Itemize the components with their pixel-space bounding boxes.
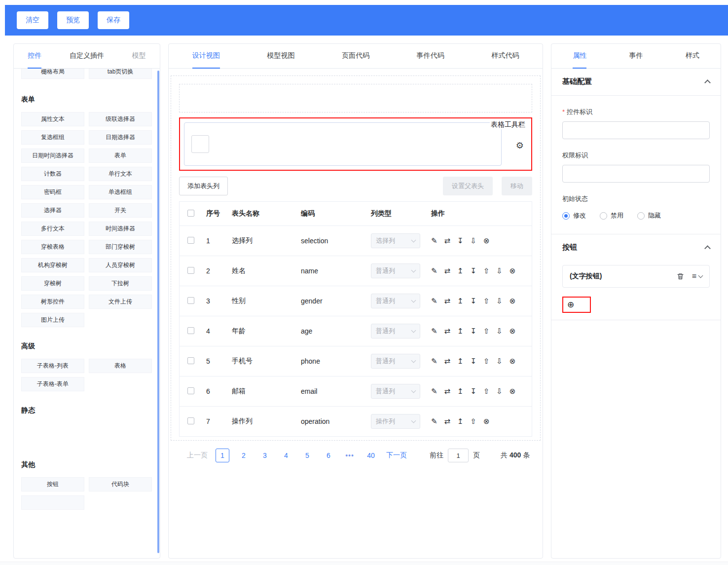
control-item[interactable]: 日期选择器 bbox=[89, 130, 152, 145]
radio-disable[interactable]: 禁用 bbox=[600, 211, 623, 220]
page-button[interactable]: 3 bbox=[258, 452, 272, 459]
tab-events[interactable]: 事件 bbox=[629, 44, 643, 69]
move-down-icon[interactable]: ⇩ bbox=[496, 297, 503, 305]
page-button[interactable]: 5 bbox=[300, 452, 314, 459]
next-page-button[interactable]: 下一页 bbox=[386, 451, 407, 460]
edit-icon[interactable]: ✎ bbox=[431, 297, 437, 305]
row-checkbox[interactable] bbox=[187, 267, 194, 274]
column-type-select[interactable]: 普通列 bbox=[371, 264, 420, 278]
control-item[interactable]: 机构穿梭树 bbox=[21, 258, 84, 272]
column-type-select[interactable]: 操作列 bbox=[371, 414, 420, 429]
page-button-current[interactable]: 1 bbox=[216, 449, 229, 462]
control-item[interactable]: 日期时间选择器 bbox=[21, 149, 84, 163]
move-down-icon[interactable]: ⇩ bbox=[470, 236, 476, 245]
tab-models[interactable]: 模型 bbox=[132, 44, 146, 69]
clear-button[interactable]: 清空 bbox=[17, 11, 48, 29]
row-checkbox[interactable] bbox=[187, 357, 194, 364]
edit-icon[interactable]: ✎ bbox=[431, 266, 437, 275]
column-type-select[interactable]: 普通列 bbox=[371, 384, 420, 399]
control-item[interactable]: 单行文本 bbox=[89, 167, 152, 181]
swap-icon[interactable]: ⇄ bbox=[444, 266, 450, 275]
control-item[interactable]: 代码块 bbox=[89, 477, 152, 491]
collapse-icon[interactable] bbox=[704, 79, 711, 86]
move-bottom-icon[interactable]: ↧ bbox=[470, 327, 476, 336]
control-item[interactable]: 子表格-列表 bbox=[21, 359, 84, 373]
control-item-empty[interactable] bbox=[21, 495, 84, 510]
add-button-highlighted[interactable]: ⊕ bbox=[562, 297, 591, 313]
row-checkbox[interactable] bbox=[187, 327, 194, 334]
control-item[interactable]: 复选框组 bbox=[21, 130, 84, 145]
move-top-icon[interactable]: ↥ bbox=[457, 387, 464, 396]
swap-icon[interactable]: ⇄ bbox=[444, 327, 450, 336]
gear-icon[interactable]: ⚙ bbox=[516, 140, 524, 151]
edit-icon[interactable]: ✎ bbox=[431, 327, 437, 336]
delete-icon[interactable]: ⊗ bbox=[510, 327, 516, 336]
column-type-select[interactable]: 普通列 bbox=[371, 324, 420, 339]
move-up-icon[interactable]: ⇧ bbox=[483, 357, 490, 366]
edit-icon[interactable]: ✎ bbox=[431, 357, 437, 366]
page-button[interactable]: 2 bbox=[237, 452, 251, 459]
preview-button[interactable]: 预览 bbox=[57, 11, 89, 29]
prev-page-button[interactable]: 上一页 bbox=[187, 451, 208, 460]
column-type-select[interactable]: 选择列 bbox=[371, 233, 420, 248]
move-up-icon[interactable]: ⇧ bbox=[470, 417, 476, 426]
row-checkbox[interactable] bbox=[187, 237, 194, 244]
control-item[interactable]: 下拉树 bbox=[89, 276, 152, 291]
swap-icon[interactable]: ⇄ bbox=[444, 297, 450, 305]
pagination-ellipsis[interactable]: ••• bbox=[343, 452, 357, 459]
control-item[interactable]: 树形控件 bbox=[21, 295, 84, 309]
tab-style-code[interactable]: 样式代码 bbox=[491, 44, 519, 69]
move-bottom-icon[interactable]: ↧ bbox=[470, 387, 476, 396]
move-top-icon[interactable]: ↥ bbox=[457, 266, 464, 275]
set-parent-header-button[interactable]: 设置父表头 bbox=[443, 177, 493, 195]
move-button[interactable]: 移动 bbox=[502, 177, 532, 195]
control-id-input[interactable] bbox=[562, 121, 710, 139]
trash-icon[interactable] bbox=[677, 272, 684, 280]
move-bottom-icon[interactable]: ↧ bbox=[470, 297, 476, 305]
toolbar-placeholder-slot[interactable] bbox=[191, 135, 209, 153]
control-item-grid-layout[interactable]: 栅格布局 bbox=[21, 69, 84, 79]
delete-icon[interactable]: ⊗ bbox=[510, 387, 516, 396]
edit-icon[interactable]: ✎ bbox=[431, 417, 437, 426]
row-checkbox[interactable] bbox=[187, 387, 194, 394]
control-item[interactable]: 穿梭树 bbox=[21, 276, 84, 291]
left-panel-scrollbar[interactable] bbox=[157, 71, 159, 553]
table-toolbar-container[interactable] bbox=[184, 122, 502, 166]
control-item[interactable]: 穿梭表格 bbox=[21, 240, 84, 254]
control-item[interactable]: 按钮 bbox=[21, 477, 84, 491]
move-down-icon[interactable]: ⇩ bbox=[496, 327, 503, 336]
page-button-last[interactable]: 40 bbox=[364, 452, 378, 459]
delete-icon[interactable]: ⊗ bbox=[510, 297, 516, 305]
move-up-icon[interactable]: ⇧ bbox=[483, 266, 490, 275]
control-item[interactable]: 开关 bbox=[89, 203, 152, 218]
edit-icon[interactable]: ✎ bbox=[431, 236, 437, 245]
page-button[interactable]: 6 bbox=[322, 452, 335, 459]
page-button[interactable]: 4 bbox=[279, 452, 293, 459]
control-item[interactable]: 密码框 bbox=[21, 185, 84, 199]
column-type-select[interactable]: 普通列 bbox=[371, 354, 420, 369]
row-checkbox[interactable] bbox=[187, 297, 194, 304]
collapse-icon[interactable] bbox=[704, 245, 711, 252]
move-down-icon[interactable]: ⇩ bbox=[496, 357, 503, 366]
delete-icon[interactable]: ⊗ bbox=[483, 417, 490, 426]
control-item[interactable]: 多行文本 bbox=[21, 222, 84, 236]
control-item[interactable]: 选择器 bbox=[21, 203, 84, 218]
control-item[interactable]: 属性文本 bbox=[21, 112, 84, 126]
move-top-icon[interactable]: ↥ bbox=[457, 297, 464, 305]
tab-design-view[interactable]: 设计视图 bbox=[192, 44, 220, 69]
delete-icon[interactable]: ⊗ bbox=[510, 266, 516, 275]
horizontal-scrollbar[interactable] bbox=[0, 562, 728, 565]
control-item[interactable]: 单选框组 bbox=[89, 185, 152, 199]
tab-page-code[interactable]: 页面代码 bbox=[342, 44, 369, 69]
control-item[interactable]: 部门穿梭树 bbox=[89, 240, 152, 254]
text-button-item[interactable]: (文字按钮) ≡ bbox=[562, 265, 710, 288]
column-type-select[interactable]: 普通列 bbox=[371, 294, 420, 308]
move-down-icon[interactable]: ⇩ bbox=[496, 266, 503, 275]
control-item[interactable]: 文件上传 bbox=[89, 295, 152, 309]
button-list-dropdown[interactable]: ≡ bbox=[692, 272, 702, 281]
move-top-icon[interactable]: ↥ bbox=[457, 357, 464, 366]
row-checkbox[interactable] bbox=[187, 417, 194, 424]
tab-styles[interactable]: 样式 bbox=[686, 44, 699, 69]
tab-custom-plugins[interactable]: 自定义插件 bbox=[70, 44, 104, 69]
control-item[interactable]: 表单 bbox=[89, 149, 152, 163]
